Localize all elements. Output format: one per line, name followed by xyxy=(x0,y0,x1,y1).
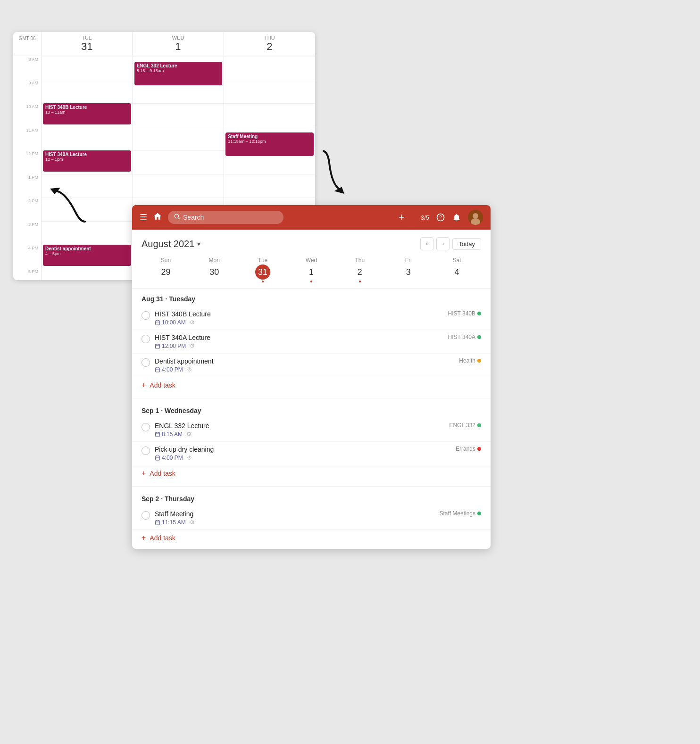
preview-event-dentist[interactable]: Dentist appointment 4 – 5pm xyxy=(43,245,131,266)
event-title-0-0: HIST 340B Lecture xyxy=(155,310,443,318)
event-item-0-0: HIST 340B Lecture 10:00 AM HIST 340B xyxy=(132,306,491,330)
event-title-1-1: Pick up dry cleaning xyxy=(155,446,451,453)
month-nav: August 2021 ▾ ‹ › Today xyxy=(132,230,491,255)
svg-rect-29 xyxy=(156,456,160,460)
event-time-1-0: 8:15 AM xyxy=(155,431,183,438)
event-tag-0-0: HIST 340B xyxy=(448,310,481,317)
avatar[interactable] xyxy=(468,210,483,225)
tag-dot xyxy=(477,312,481,315)
arrow-up-left xyxy=(47,184,90,228)
event-tag-0-2: Health xyxy=(459,357,481,364)
home-icon[interactable] xyxy=(153,212,162,223)
event-checkbox-1-0[interactable] xyxy=(142,423,150,431)
preview-event-engl332[interactable]: ENGL 332 Lecture 8:15 – 9:15am xyxy=(134,62,223,85)
preview-day-tue: TUE 31 xyxy=(42,32,133,56)
event-checkbox-0-2[interactable] xyxy=(142,358,150,367)
week-day-sun[interactable]: Sun 29 xyxy=(142,255,190,284)
add-task-label: Add task xyxy=(150,381,175,389)
event-tag-2-0: Staff Meetings xyxy=(440,510,482,517)
add-task-plus-icon: + xyxy=(142,534,146,542)
add-task-2[interactable]: + Add task xyxy=(132,530,491,549)
svg-rect-24 xyxy=(156,432,160,437)
event-tag-1-0: ENGL 332 xyxy=(449,422,481,429)
add-task-plus-icon: + xyxy=(142,469,146,478)
gmt-label: GMT-06 xyxy=(13,32,42,56)
event-time-0-2: 4:00 PM xyxy=(155,366,183,373)
section-header-1: Sep 1 · Wednesday xyxy=(132,400,491,418)
add-task-label: Add task xyxy=(150,534,175,542)
event-item-1-1: Pick up dry cleaning 4:00 PM Errands xyxy=(132,442,491,465)
event-item-1-0: ENGL 332 Lecture 8:15 AM ENGL 332 xyxy=(132,418,491,442)
event-checkbox-1-1[interactable] xyxy=(142,446,150,455)
event-time-1-1: 4:00 PM xyxy=(155,455,183,461)
topbar: ☰ Search + 3/5 ? xyxy=(132,205,491,230)
week-day-thu[interactable]: Thu 2 xyxy=(335,255,384,284)
search-bar[interactable]: Search xyxy=(168,211,283,224)
svg-text:?: ? xyxy=(439,215,442,220)
app-container: ☰ Search + 3/5 ? xyxy=(132,205,491,549)
month-title[interactable]: August 2021 ▾ xyxy=(142,239,200,249)
event-time-2-0: 11:15 AM xyxy=(155,519,186,526)
help-button[interactable]: ? xyxy=(436,213,445,222)
event-checkbox-0-1[interactable] xyxy=(142,335,150,343)
event-item-0-1: HIST 340A Lecture 12:00 PM HIST 340A xyxy=(132,330,491,354)
nav-buttons: ‹ › Today xyxy=(420,237,481,250)
event-tag-0-1: HIST 340A xyxy=(448,334,481,340)
event-tag-1-1: Errands xyxy=(456,446,481,452)
preview-event-staffmeeting[interactable]: Staff Meeting 11:15am – 12:15pm xyxy=(225,132,314,156)
add-task-1[interactable]: + Add task xyxy=(132,465,491,484)
tag-dot xyxy=(477,423,481,427)
event-checkbox-0-0[interactable] xyxy=(142,311,150,320)
section-header-2: Sep 2 · Thursday xyxy=(132,488,491,506)
event-alarm-icon xyxy=(190,343,195,349)
event-title-2-0: Staff Meeting xyxy=(155,510,435,518)
svg-point-2 xyxy=(175,214,178,218)
event-time-0-0: 10:00 AM xyxy=(155,319,186,326)
week-strip: Sun 29 Mon 30 Tue 31 Wed 1 Thu 2 Fri 3 S… xyxy=(132,255,491,284)
search-icon xyxy=(174,213,180,222)
add-task-plus-icon: + xyxy=(142,381,146,389)
preview-day-thu: THU 2 xyxy=(224,32,315,56)
topbar-actions: + 3/5 ? xyxy=(399,210,483,225)
theme-toggle[interactable]: 3/5 xyxy=(411,213,429,222)
week-day-fri[interactable]: Fri 3 xyxy=(384,255,433,284)
add-button[interactable]: + xyxy=(399,211,405,223)
week-day-wed[interactable]: Wed 1 xyxy=(287,255,336,284)
tag-dot xyxy=(477,335,481,339)
preview-event-hist340b[interactable]: HIST 340B Lecture 10 – 11am xyxy=(43,103,131,124)
svg-rect-19 xyxy=(156,368,160,372)
event-title-1-0: ENGL 332 Lecture xyxy=(155,422,444,430)
prev-button[interactable]: ‹ xyxy=(420,237,433,250)
preview-col-tue: HIST 340B Lecture 10 – 11am HIST 340A Le… xyxy=(42,56,133,280)
search-input[interactable]: Search xyxy=(183,214,278,221)
event-item-0-2: Dentist appointment 4:00 PM Health xyxy=(132,354,491,377)
event-title-0-1: HIST 340A Lecture xyxy=(155,334,443,341)
add-task-label: Add task xyxy=(150,470,175,477)
svg-point-7 xyxy=(473,213,478,219)
preview-day-wed: WED 1 xyxy=(133,32,224,56)
week-day-tue[interactable]: Tue 31 xyxy=(239,255,287,284)
event-alarm-icon xyxy=(190,320,195,326)
event-title-0-2: Dentist appointment xyxy=(155,357,454,365)
svg-rect-14 xyxy=(156,344,160,348)
event-alarm-icon xyxy=(187,455,192,461)
tag-dot xyxy=(477,359,481,363)
week-day-mon[interactable]: Mon 30 xyxy=(190,255,239,284)
month-chevron-icon: ▾ xyxy=(197,240,200,248)
svg-line-3 xyxy=(178,218,180,219)
section-header-0: Aug 31 · Tuesday xyxy=(132,289,491,306)
week-day-sat[interactable]: Sat 4 xyxy=(433,255,481,284)
preview-event-hist340a[interactable]: HIST 340A Lecture 12 – 1pm xyxy=(43,150,131,172)
event-time-0-1: 12:00 PM xyxy=(155,343,186,349)
tag-dot xyxy=(477,512,481,515)
event-checkbox-2-0[interactable] xyxy=(142,511,150,520)
menu-icon[interactable]: ☰ xyxy=(140,212,147,223)
today-button[interactable]: Today xyxy=(452,238,481,250)
event-alarm-icon xyxy=(186,431,192,438)
next-button[interactable]: › xyxy=(436,237,450,250)
svg-rect-34 xyxy=(156,521,160,525)
tag-dot xyxy=(477,447,481,451)
add-task-0[interactable]: + Add task xyxy=(132,377,491,396)
bell-icon[interactable] xyxy=(452,213,461,222)
event-alarm-icon xyxy=(190,520,195,526)
